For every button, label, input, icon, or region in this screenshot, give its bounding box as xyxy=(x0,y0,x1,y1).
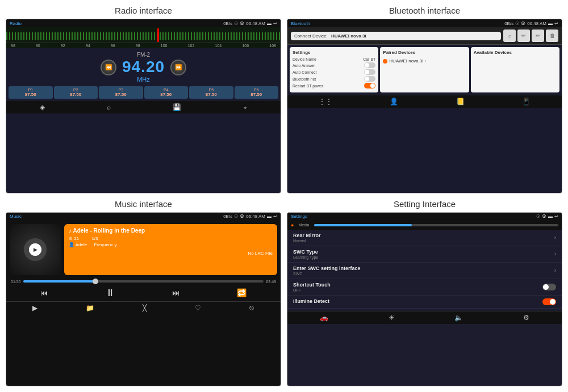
bt-search-button[interactable]: ⌕ xyxy=(503,29,516,42)
music-bt-icon: ⦿ xyxy=(240,214,244,219)
rear-mirror-arrow: › xyxy=(554,234,556,241)
setting-illumine-detect[interactable]: Illumine Detect xyxy=(287,296,562,309)
preset-4[interactable]: P4 87.50 xyxy=(144,86,189,99)
illumine-detect-toggle[interactable] xyxy=(542,298,556,305)
bt-net-toggle[interactable] xyxy=(364,76,375,82)
album-art: ▶ xyxy=(10,224,61,275)
bt-auto-answer-label: Auto Answer xyxy=(293,64,315,68)
save-icon[interactable]: 💾 xyxy=(173,103,181,111)
back-icon[interactable]: ↩ xyxy=(273,21,277,26)
bt-auto-connect-label: Auto Connect xyxy=(293,70,316,74)
fast-forward-button[interactable]: ⏩ xyxy=(170,60,186,75)
bt-net-row: Bluetooth net xyxy=(293,76,375,82)
music-usb-icon[interactable]: ╳ xyxy=(143,304,147,312)
settings-battery-icon: ▬ xyxy=(548,214,553,219)
radio-freq-display: FM-2 94.20 MHz xyxy=(122,52,165,83)
music-eq-icon[interactable]: ⦰ xyxy=(249,304,254,312)
bt-contacts-icon[interactable]: 👤 xyxy=(390,98,398,106)
setting-shortcut-touch[interactable]: Shortcut Touch OFF xyxy=(287,279,562,296)
bt-restart-toggle[interactable] xyxy=(364,83,375,88)
bluetooth-section: Bluetooth interface Bluetooth 0B/s ☉ ⦿ 0… xyxy=(287,6,562,193)
search-icon[interactable]: ⌕ xyxy=(107,103,111,111)
bt-connected-device: HUAWEI nova 3i xyxy=(331,33,366,39)
preset-2[interactable]: P2 87.50 xyxy=(54,86,98,99)
wifi-icon: ☉ xyxy=(234,21,238,26)
antenna-icon[interactable]: ⍖ xyxy=(243,103,247,111)
radio-status-icons: 0B/s ☉ ⦿ 06:48 AM ▬ ↩ xyxy=(223,21,277,26)
settings-back-icon[interactable]: ↩ xyxy=(554,214,558,219)
settings-media-progress[interactable] xyxy=(314,224,558,226)
shortcut-touch-toggle[interactable] xyxy=(542,284,556,290)
music-track-meta: ⊙ 21 1/3 xyxy=(69,236,273,241)
music-play-bottom-icon[interactable]: ▶ xyxy=(32,304,37,312)
next-track-button[interactable]: ⏭ xyxy=(172,288,180,297)
bluetooth-screen: Bluetooth 0B/s ☉ ⦿ 06:48 AM ▬ ↩ Connect … xyxy=(287,19,562,193)
music-total-time: 03:49 xyxy=(266,280,276,284)
settings-car-icon[interactable]: 🚗 xyxy=(320,314,328,322)
setting-rear-mirror[interactable]: Rear Mirror Normal › xyxy=(287,230,562,246)
bt-paired-device-item[interactable]: HUAWEI nova 3i › xyxy=(383,57,466,65)
music-status-bar: Music 0B/s ☉ ⦿ 06:48 AM ▬ ↩ xyxy=(6,213,281,221)
settings-brightness-icon[interactable]: ☀ xyxy=(389,314,395,322)
rewind-button[interactable]: ⏪ xyxy=(101,60,116,75)
bt-keyboard-icon[interactable]: ⋮⋮ xyxy=(319,98,332,106)
bt-phone-book-icon[interactable]: 📒 xyxy=(456,98,465,106)
bt-settings-panel: Settings Device Name Car BT Auto Answer … xyxy=(290,47,378,92)
bt-restart-label: Restart BT power xyxy=(293,84,323,88)
bt-data-status: 0B/s xyxy=(504,21,513,26)
bt-paired-arrow: › xyxy=(425,58,427,64)
repeat-button[interactable]: 🔁 xyxy=(237,288,247,297)
bt-auto-answer-toggle[interactable] xyxy=(364,62,375,68)
music-song-name: Adele - Rolling in the Deep xyxy=(73,227,145,234)
bt-delete-button[interactable]: 🗑 xyxy=(546,29,558,42)
battery-icon: ▬ xyxy=(267,21,272,26)
music-back-icon[interactable]: ↩ xyxy=(273,214,277,219)
settings-status-bar: Settings ☉ ⦿ ▬ ↩ xyxy=(287,213,562,221)
music-folder-icon[interactable]: 📁 xyxy=(86,304,94,312)
bt-device-name-value: Car BT xyxy=(363,57,375,61)
music-battery-icon: ▬ xyxy=(267,214,272,219)
bt-wifi-icon: ☉ xyxy=(515,21,519,26)
preset-6[interactable]: P6 87.50 xyxy=(235,86,279,99)
bt-paired-device-name: HUAWEI nova 3i xyxy=(389,58,423,64)
settings-volume-icon[interactable]: 🔈 xyxy=(454,314,463,322)
music-progress-thumb[interactable] xyxy=(93,279,98,284)
bt-time: 06:48 AM xyxy=(527,21,546,26)
preset-3[interactable]: P3 87.50 xyxy=(99,86,143,99)
music-progress-track[interactable] xyxy=(23,280,264,283)
music-song-title: ♪ Adele - Rolling in the Deep xyxy=(69,227,273,234)
bt-edit-button[interactable]: ✏ xyxy=(517,29,530,42)
settings-section: Setting Interface Settings ☉ ⦿ ▬ ↩ ● Med… xyxy=(287,199,562,387)
radio-waveform xyxy=(6,27,281,43)
music-section: Music interface Music 0B/s ☉ ⦿ 06:48 AM … xyxy=(6,199,281,387)
cast-icon[interactable]: ◈ xyxy=(40,103,45,111)
swc-type-arrow: › xyxy=(554,251,556,257)
settings-gear-icon[interactable]: ⚙ xyxy=(523,314,529,322)
bt-connected-dot xyxy=(383,59,387,64)
radio-screen: Radio 0B/s ☉ ⦿ 06:48 AM ▬ ↩ 88 90 92 xyxy=(6,19,281,193)
settings-list: Rear Mirror Normal › SWC Type Learning T… xyxy=(287,230,562,311)
prev-track-button[interactable]: ⏮ xyxy=(40,288,48,297)
settings-bottom-bar: 🚗 ☀ 🔈 ⚙ xyxy=(287,311,562,324)
music-heart-icon[interactable]: ♡ xyxy=(195,304,201,312)
pause-button[interactable]: ⏸ xyxy=(105,287,115,299)
radio-status-bar: Radio 0B/s ☉ ⦿ 06:48 AM ▬ ↩ xyxy=(6,19,281,27)
music-track-total: 1/3 xyxy=(91,236,98,241)
setting-swc-type[interactable]: SWC Type Learning Type › xyxy=(287,246,562,263)
preset-5[interactable]: P5 87.50 xyxy=(189,86,233,99)
radio-freq-labels: 88 90 92 94 96 98 100 102 104 106 108 xyxy=(6,43,281,48)
bt-phone-icon[interactable]: 📱 xyxy=(522,98,531,106)
music-data-status: 0B/s xyxy=(223,214,232,219)
setting-enter-swc[interactable]: Enter SWC setting interface SWC › xyxy=(287,263,562,279)
preset-1[interactable]: P1 87.50 xyxy=(9,86,53,99)
music-title: Music interface xyxy=(115,199,172,209)
music-status-icons: 0B/s ☉ ⦿ 06:48 AM ▬ ↩ xyxy=(223,214,277,219)
bt-back-icon[interactable]: ↩ xyxy=(554,21,558,26)
album-art-vinyl: ▶ xyxy=(24,238,47,261)
music-artist-meta: 👤 Adele Frequenc y xyxy=(69,242,273,247)
bt-pencil-button[interactable]: ✏ xyxy=(532,29,544,42)
settings-media-bar: ● Media xyxy=(287,221,562,230)
music-time: 06:48 AM xyxy=(246,214,265,219)
bt-auto-connect-toggle[interactable] xyxy=(364,69,375,75)
music-current-time: 01:55 xyxy=(11,280,21,284)
